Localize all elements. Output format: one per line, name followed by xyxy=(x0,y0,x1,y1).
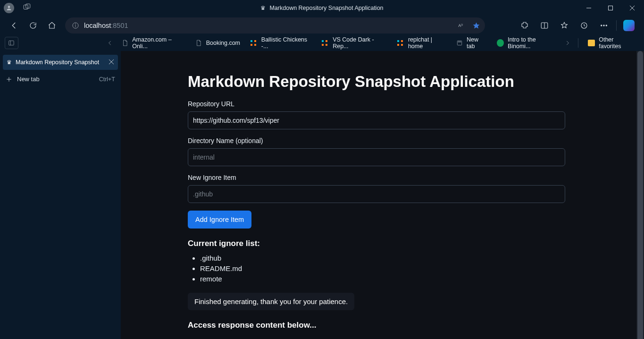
svg-point-21 xyxy=(459,42,460,42)
svg-rect-4 xyxy=(609,6,613,10)
vertical-tabs-sidebar: ♛ Markdown Repository Snapshot New tab C… xyxy=(0,51,121,339)
bookmark-label: Amazon.com – Onli... xyxy=(132,36,184,50)
new-tab-button[interactable]: New tab xyxy=(6,76,40,83)
browser-toolbar: localhost:8501 A⁾⁾ xyxy=(0,16,644,35)
bookmark-item[interactable]: VS Code Dark - Rep... xyxy=(317,34,392,51)
history-button[interactable] xyxy=(575,17,594,34)
other-favorites-label: Other favorites xyxy=(599,36,635,50)
bookmark-label: Ballistic Chickens -... xyxy=(261,36,312,50)
scrollbar-thumb[interactable] xyxy=(637,51,643,339)
new-tab-shortcut: Ctrl+T xyxy=(99,76,115,83)
bookmarks-scroll-left[interactable] xyxy=(104,37,116,49)
squares-favicon xyxy=(397,39,404,47)
squares-favicon xyxy=(251,39,258,47)
vertical-scrollbar[interactable] xyxy=(636,51,644,339)
list-item: .github xyxy=(200,253,565,263)
window-titlebar: ♛ Markdown Repository Snapshot Applicati… xyxy=(0,0,644,16)
repo-url-label: Repository URL xyxy=(188,100,565,108)
plus-icon xyxy=(6,76,12,83)
directory-name-label: Directory Name (optional) xyxy=(188,137,565,144)
list-item: remote xyxy=(200,274,565,284)
doc-favicon xyxy=(195,39,202,47)
bookmarks-bar: Amazon.com – Onli...Booking.comBallistic… xyxy=(0,35,644,51)
bookmark-item[interactable]: Booking.com xyxy=(190,37,245,49)
favorite-star-icon[interactable] xyxy=(472,22,480,30)
app-crown-icon: ♛ xyxy=(260,5,266,11)
svg-point-9 xyxy=(75,24,75,24)
bookmark-item[interactable]: Ballistic Chickens -... xyxy=(246,34,316,51)
svg-rect-17 xyxy=(9,41,14,45)
folder-icon xyxy=(588,40,595,46)
new-ignore-label: New Ignore Item xyxy=(188,174,565,181)
tab-favicon: ♛ xyxy=(7,59,12,66)
doc-favicon xyxy=(121,39,128,47)
address-bar[interactable]: localhost:8501 A⁾⁾ xyxy=(65,17,485,34)
ignore-list: .githubREADME.mdremote xyxy=(188,253,565,284)
add-ignore-button[interactable]: Add Ignore Item xyxy=(188,211,251,229)
home-button[interactable] xyxy=(43,17,60,34)
new-tab-label: New tab xyxy=(17,76,40,83)
list-item: README.md xyxy=(200,263,565,273)
back-button[interactable] xyxy=(6,17,23,34)
svg-point-15 xyxy=(603,25,604,26)
vertical-tab-active[interactable]: ♛ Markdown Repository Snapshot xyxy=(3,55,118,70)
svg-point-14 xyxy=(601,25,602,26)
bookmark-label: VS Code Dark - Rep... xyxy=(333,36,387,50)
access-heading: Access response content below... xyxy=(188,321,565,330)
bookmark-item[interactable]: Amazon.com – Onli... xyxy=(117,34,189,51)
extensions-button[interactable] xyxy=(515,17,534,34)
refresh-button[interactable] xyxy=(25,17,42,34)
minimize-button[interactable] xyxy=(578,0,600,16)
bookmark-label: replchat | home xyxy=(408,36,445,50)
window-title-text: Markdown Repository Snapshot Application xyxy=(269,5,383,11)
favorites-button[interactable] xyxy=(555,17,574,34)
page-content: Markdown Repository Snapshot Application… xyxy=(121,51,644,339)
svg-point-16 xyxy=(606,25,607,26)
read-aloud-icon[interactable]: A⁾⁾ xyxy=(458,22,466,30)
url-text: localhost:8501 xyxy=(84,22,453,29)
tab-close-button[interactable] xyxy=(109,59,114,66)
bookmark-item[interactable]: Intro to the Binomi... xyxy=(492,34,561,51)
bookmarks-scroll-right[interactable] xyxy=(562,37,573,49)
squares-favicon xyxy=(322,39,329,47)
repo-url-input[interactable] xyxy=(188,111,565,129)
box-favicon xyxy=(456,39,463,47)
bookmark-item[interactable]: replchat | home xyxy=(393,34,450,51)
copilot-button[interactable] xyxy=(619,17,638,34)
bookmark-label: New tab xyxy=(467,36,486,50)
bookmark-item[interactable]: New tab xyxy=(451,34,491,51)
directory-name-input[interactable] xyxy=(188,148,565,166)
svg-point-0 xyxy=(8,6,10,8)
status-message: Finished generating, thank you for your … xyxy=(188,293,354,310)
page-title: Markdown Repository Snapshot Application xyxy=(188,73,565,91)
window-title: ♛ Markdown Repository Snapshot Applicati… xyxy=(260,5,383,11)
other-favorites[interactable]: Other favorites xyxy=(583,34,639,51)
svg-text:A⁾⁾: A⁾⁾ xyxy=(458,23,463,28)
bookmark-label: Booking.com xyxy=(206,40,240,46)
ignore-list-heading: Current ignore list: xyxy=(188,239,565,248)
tab-title: Markdown Repository Snapshot xyxy=(16,59,105,66)
svg-point-22 xyxy=(460,42,460,42)
close-button[interactable] xyxy=(621,0,643,16)
split-screen-button[interactable] xyxy=(535,17,554,34)
bookmark-label: Intro to the Binomi... xyxy=(508,36,556,50)
more-menu-button[interactable] xyxy=(594,17,613,34)
svg-rect-19 xyxy=(457,41,461,45)
workspaces-icon[interactable] xyxy=(23,3,31,13)
vertical-tabs-toggle[interactable] xyxy=(5,37,18,49)
bookmarks-divider xyxy=(578,38,578,48)
new-ignore-input[interactable] xyxy=(188,185,565,203)
green-favicon xyxy=(497,39,504,47)
maximize-button[interactable] xyxy=(600,0,621,16)
profile-avatar[interactable] xyxy=(4,3,14,13)
site-info-icon[interactable] xyxy=(72,22,79,29)
svg-point-20 xyxy=(458,42,459,42)
toolbar-divider xyxy=(616,20,617,31)
